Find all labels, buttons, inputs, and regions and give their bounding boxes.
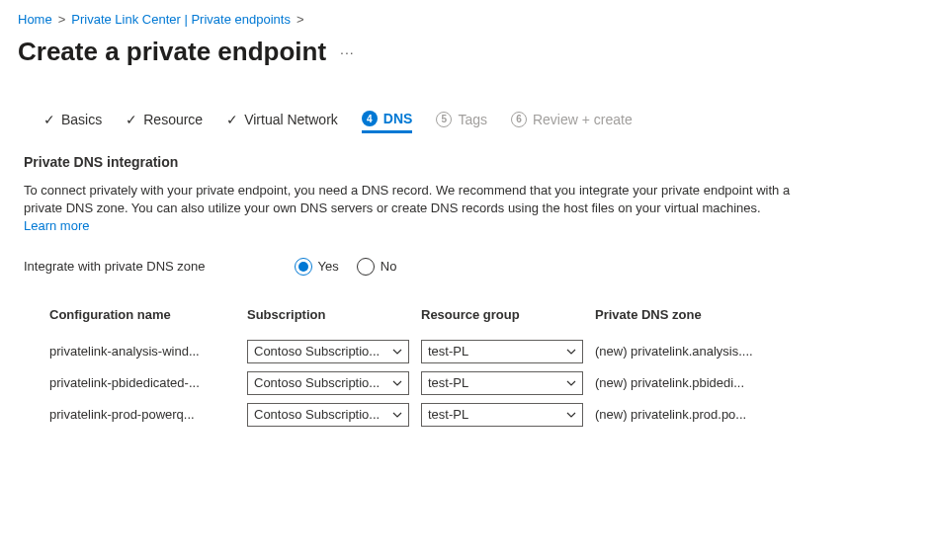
chevron-down-icon [392,347,402,357]
step-number: 4 [362,111,378,126]
table-row: privatelink-pbidedicated-... Contoso Sub… [49,371,899,395]
resource-group-dropdown[interactable]: test-PL [421,340,583,363]
check-icon: ✓ [226,112,238,127]
chevron-down-icon [392,410,402,420]
table-header-row: Configuration name Subscription Resource… [49,303,899,326]
dns-section: Private DNS integration To connect priva… [18,154,914,427]
tab-tags[interactable]: 5 Tags [436,106,487,133]
tab-label: Basics [61,112,102,127]
radio-yes[interactable]: Yes [295,258,339,276]
chevron-down-icon [566,347,576,357]
dns-zone-cell: (new) privatelink.prod.po... [595,407,832,422]
dropdown-value: test-PL [428,407,468,422]
subscription-dropdown[interactable]: Contoso Subscriptio... [247,371,409,395]
chevron-down-icon [566,410,576,420]
step-number: 6 [511,112,527,127]
radio-label: No [381,259,397,274]
resource-group-dropdown[interactable]: test-PL [421,403,583,427]
chevron-down-icon [392,378,402,388]
dropdown-value: Contoso Subscriptio... [254,344,380,359]
dropdown-value: test-PL [428,344,468,359]
header-subscription: Subscription [247,303,421,326]
integrate-row: Integrate with private DNS zone Yes No [24,258,914,276]
chevron-right-icon: > [58,12,66,27]
tab-resource[interactable]: ✓ Resource [126,106,203,133]
integrate-radio-group: Yes No [295,258,397,276]
radio-icon [295,258,312,276]
check-icon: ✓ [126,112,137,127]
table-row: privatelink-analysis-wind... Contoso Sub… [49,340,899,363]
desc-text: To connect privately with your private e… [24,183,790,215]
dns-zone-cell: (new) privatelink.analysis.... [595,344,832,359]
dropdown-value: Contoso Subscriptio... [254,407,380,422]
radio-label: Yes [318,259,339,274]
config-name-cell: privatelink-pbidedicated-... [49,375,247,390]
header-config-name: Configuration name [49,303,247,326]
subscription-dropdown[interactable]: Contoso Subscriptio... [247,403,409,427]
check-icon: ✓ [43,112,55,127]
tab-label: Virtual Network [244,112,338,127]
step-number: 5 [436,112,452,127]
page-title: Create a private endpoint [18,37,326,67]
breadcrumb-plc[interactable]: Private Link Center | Private endpoints [71,12,291,27]
section-title: Private DNS integration [24,154,914,170]
page-header: Create a private endpoint ··· [18,37,914,67]
subscription-dropdown[interactable]: Contoso Subscriptio... [247,340,409,363]
chevron-down-icon [566,378,576,388]
dropdown-value: Contoso Subscriptio... [254,375,380,390]
tab-label: Tags [458,112,487,127]
breadcrumb: Home > Private Link Center | Private end… [18,12,914,27]
config-name-cell: privatelink-prod-powerq... [49,407,247,422]
tab-review-create[interactable]: 6 Review + create [511,106,633,133]
tab-label: DNS [383,111,413,126]
resource-group-dropdown[interactable]: test-PL [421,371,583,395]
tab-virtual-network[interactable]: ✓ Virtual Network [226,106,338,133]
radio-icon [357,258,375,276]
radio-no[interactable]: No [357,258,397,276]
learn-more-link[interactable]: Learn more [24,218,89,233]
more-menu-icon[interactable]: ··· [340,44,355,60]
tab-basics[interactable]: ✓ Basics [43,106,102,133]
breadcrumb-home[interactable]: Home [18,12,52,27]
chevron-right-icon: > [297,12,304,27]
tab-label: Resource [143,112,203,127]
wizard-tabs: ✓ Basics ✓ Resource ✓ Virtual Network 4 … [18,105,914,134]
header-private-dns-zone: Private DNS zone [595,303,832,326]
dropdown-value: test-PL [428,375,468,390]
dns-config-table: Configuration name Subscription Resource… [49,303,899,427]
table-row: privatelink-prod-powerq... Contoso Subsc… [49,403,899,427]
config-name-cell: privatelink-analysis-wind... [49,344,247,359]
tab-dns[interactable]: 4 DNS [362,105,413,133]
header-resource-group: Resource group [421,303,595,326]
section-description: To connect privately with your private e… [24,182,795,236]
tab-label: Review + create [533,112,633,127]
dns-zone-cell: (new) privatelink.pbidedi... [595,375,832,390]
integrate-label: Integrate with private DNS zone [24,259,206,274]
